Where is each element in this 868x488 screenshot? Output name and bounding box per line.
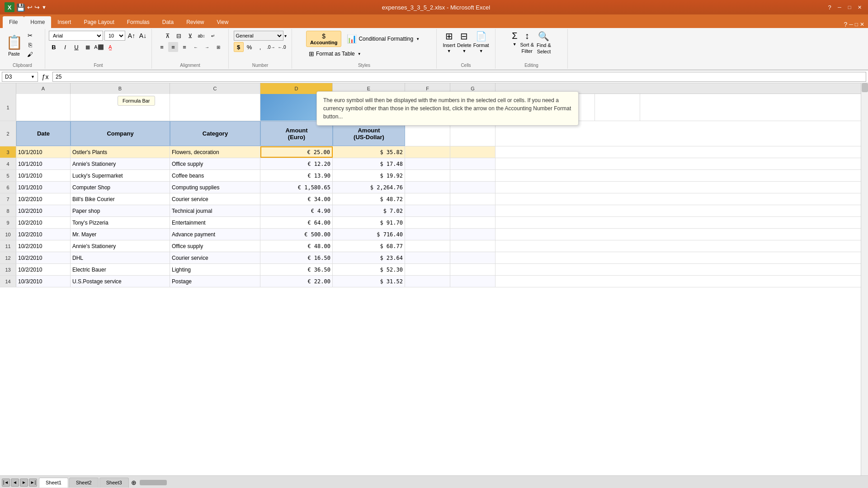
- cell-c3[interactable]: Flowers, decoration: [170, 146, 260, 158]
- cell-f11[interactable]: [405, 240, 450, 252]
- cell-g14[interactable]: [450, 276, 495, 287]
- header-date[interactable]: Date: [16, 121, 71, 146]
- tab-review[interactable]: Review: [180, 16, 210, 28]
- cell-e5[interactable]: $ 19.92: [333, 170, 405, 181]
- cell-f10[interactable]: [405, 229, 450, 240]
- tab-file[interactable]: File: [3, 16, 24, 28]
- cell-a14[interactable]: 10/3/2010: [16, 276, 71, 287]
- cell-d14[interactable]: € 22.00: [260, 276, 333, 287]
- cell-b7[interactable]: Bill's Bike Courier: [71, 193, 170, 205]
- cell-g3[interactable]: [450, 146, 495, 158]
- cell-e9[interactable]: $ 91.70: [333, 217, 405, 228]
- cell-c6[interactable]: Computing supplies: [170, 182, 260, 193]
- cell-b12[interactable]: DHL: [71, 252, 170, 263]
- cell-a13[interactable]: 10/2/2010: [16, 264, 71, 275]
- cell-b6[interactable]: Computer Shop: [71, 182, 170, 193]
- minimize-icon[interactable]: ─: [835, 3, 844, 11]
- cell-d6[interactable]: € 1,580.65: [260, 182, 333, 193]
- conditional-formatting-button[interactable]: 📊 Conditional Formatting ▼: [344, 33, 422, 45]
- font-name-select[interactable]: Arial: [49, 31, 103, 41]
- cell-d7[interactable]: € 34.00: [260, 193, 333, 205]
- cell-f9[interactable]: [405, 217, 450, 228]
- cell-g10[interactable]: [450, 229, 495, 240]
- cell-g9[interactable]: [450, 217, 495, 228]
- row-header-10[interactable]: 10: [0, 229, 16, 240]
- sheet-tab-2[interactable]: Sheet2: [69, 478, 99, 488]
- tab-home[interactable]: Home: [24, 16, 51, 28]
- cell-c4[interactable]: Office supply: [170, 158, 260, 169]
- col-header-c[interactable]: C: [170, 83, 260, 94]
- cell-d4[interactable]: € 12.20: [260, 158, 333, 169]
- row-header-12[interactable]: 12: [0, 252, 16, 263]
- cell-b4[interactable]: Annie's Stationery: [71, 158, 170, 169]
- accounting-button[interactable]: $ Accounting: [306, 31, 342, 47]
- cell-f6[interactable]: [405, 182, 450, 193]
- cell-g1[interactable]: [595, 94, 640, 121]
- row-header-3[interactable]: 3: [0, 146, 16, 158]
- horizontal-scrollbar[interactable]: [140, 479, 866, 487]
- cell-g12[interactable]: [450, 252, 495, 263]
- find-label2[interactable]: Select: [537, 49, 551, 54]
- align-top-button[interactable]: ⊼: [163, 31, 173, 41]
- row-header-1[interactable]: 1: [0, 94, 16, 121]
- cell-g7[interactable]: [450, 193, 495, 205]
- sort-label[interactable]: Sort &: [520, 42, 534, 47]
- cell-e11[interactable]: $ 68.77: [333, 240, 405, 252]
- cell-g5[interactable]: [450, 170, 495, 181]
- underline-button[interactable]: U: [71, 42, 81, 52]
- cell-g11[interactable]: [450, 240, 495, 252]
- cell-a6[interactable]: 10/1/2010: [16, 182, 71, 193]
- cell-c1[interactable]: [170, 94, 260, 121]
- sheet-nav-next[interactable]: ►: [20, 479, 28, 487]
- cell-f14[interactable]: [405, 276, 450, 287]
- font-color-button[interactable]: A̲: [105, 42, 115, 52]
- cell-b10[interactable]: Mr. Mayer: [71, 229, 170, 240]
- cell-a12[interactable]: 10/2/2010: [16, 252, 71, 263]
- cell-ref-arrow[interactable]: ▼: [31, 75, 35, 79]
- ribbon-maximize-icon[interactable]: □: [855, 21, 858, 28]
- row-header-14[interactable]: 14: [0, 276, 16, 287]
- ribbon-close-icon[interactable]: ✕: [860, 21, 864, 28]
- cell-f7[interactable]: [405, 193, 450, 205]
- number-format-expand[interactable]: ▾: [284, 33, 287, 38]
- font-size-select[interactable]: 10: [104, 31, 125, 41]
- delete-label[interactable]: Delete: [457, 42, 472, 48]
- insert-arrow[interactable]: ▼: [447, 49, 451, 53]
- redo-icon[interactable]: ↪: [34, 4, 40, 11]
- cell-a1[interactable]: [16, 94, 71, 121]
- cell-f12[interactable]: [405, 252, 450, 263]
- row-header-8[interactable]: 8: [0, 205, 16, 216]
- format-as-table-button[interactable]: ⊞ Format as Table ▼: [306, 49, 364, 59]
- tab-data[interactable]: Data: [156, 16, 180, 28]
- cell-e13[interactable]: $ 52.30: [333, 264, 405, 275]
- cell-d10[interactable]: € 500.00: [260, 229, 333, 240]
- sheet-nav-prev[interactable]: ◄: [11, 479, 19, 487]
- align-middle-button[interactable]: ⊟: [174, 31, 184, 41]
- formula-input[interactable]: 25: [52, 72, 866, 82]
- row-header-2[interactable]: 2: [0, 121, 16, 146]
- cell-d11[interactable]: € 48.00: [260, 240, 333, 252]
- bold-button[interactable]: B: [49, 42, 59, 52]
- header-company[interactable]: Company: [71, 121, 170, 146]
- cell-f5[interactable]: [405, 170, 450, 181]
- maximize-icon[interactable]: □: [845, 3, 854, 11]
- vertical-scrollbar[interactable]: [861, 83, 868, 475]
- cell-f13[interactable]: [405, 264, 450, 275]
- cell-c7[interactable]: Courier service: [170, 193, 260, 205]
- cell-f3[interactable]: [405, 146, 450, 158]
- ribbon-help-icon[interactable]: ?: [844, 21, 847, 28]
- cell-d8[interactable]: € 4.90: [260, 205, 333, 216]
- tab-view[interactable]: View: [211, 16, 235, 28]
- cell-f8[interactable]: [405, 205, 450, 216]
- percent-button[interactable]: %: [245, 42, 255, 52]
- shrink-font-button[interactable]: A↓: [138, 31, 148, 41]
- delete-arrow[interactable]: ▼: [462, 49, 466, 53]
- cell-d3[interactable]: € 25.00: [260, 146, 333, 158]
- grow-font-button[interactable]: A↑: [127, 31, 137, 41]
- format-painter-button[interactable]: 🖌: [25, 50, 35, 59]
- cell-a3[interactable]: 10/1/2010: [16, 146, 71, 158]
- copy-button[interactable]: ⎘: [25, 40, 35, 49]
- sheet-nav-last[interactable]: ►|: [29, 479, 37, 487]
- cell-a4[interactable]: 10/1/2010: [16, 158, 71, 169]
- row-header-7[interactable]: 7: [0, 193, 16, 205]
